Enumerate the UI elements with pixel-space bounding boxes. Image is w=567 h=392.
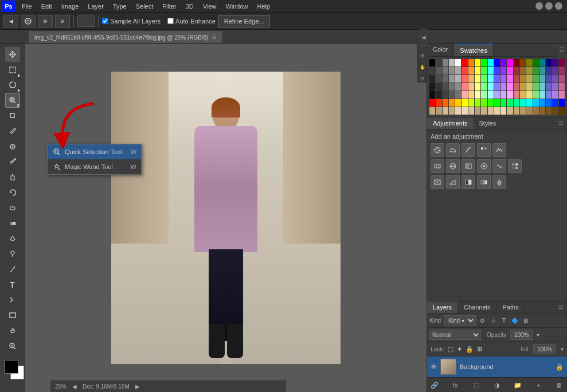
color-swatch[interactable] <box>500 67 506 75</box>
link-layers-icon[interactable]: 🔗 <box>429 380 440 390</box>
color-swatch[interactable] <box>481 99 487 107</box>
quick-selection-tool-option[interactable]: Quick Selection Tool W <box>48 144 141 159</box>
color-swatch[interactable] <box>552 91 558 99</box>
color-swatch[interactable] <box>546 91 552 99</box>
layers-side-icon[interactable]: ⊟ <box>419 75 427 83</box>
opacity-slider-icon[interactable]: ▾ <box>537 332 539 338</box>
color-swatch[interactable] <box>533 67 539 75</box>
color-swatch[interactable] <box>455 99 461 107</box>
vibrance-icon[interactable] <box>492 143 506 157</box>
close-button[interactable] <box>555 2 562 10</box>
color-swatch[interactable] <box>488 99 494 107</box>
color-swatch[interactable] <box>546 83 552 91</box>
document-tab[interactable]: img_v2_f4d861b0-cf9f-4f55-9c85-551cc4e7f… <box>29 32 223 43</box>
invert-icon[interactable] <box>431 175 444 189</box>
color-swatch[interactable] <box>468 91 474 99</box>
color-swatch[interactable] <box>514 83 519 91</box>
layer-kind-select[interactable]: Kind ▾ <box>444 315 476 326</box>
subtract-mode-button[interactable]: ⊖ <box>55 15 70 28</box>
color-swatch[interactable] <box>507 59 513 66</box>
move-tool[interactable] <box>5 47 20 62</box>
color-swatch[interactable] <box>539 91 545 99</box>
color-swatch[interactable] <box>494 107 500 115</box>
healing-brush-tool[interactable] <box>5 139 20 154</box>
color-swatch[interactable] <box>481 107 487 115</box>
panel-collapse-handle[interactable]: ◀ <box>421 29 427 46</box>
gradient-map-icon[interactable] <box>477 175 491 189</box>
color-swatch[interactable] <box>436 107 441 115</box>
color-swatch[interactable] <box>481 67 487 75</box>
layer-visibility-icon[interactable]: 👁 <box>431 363 437 370</box>
new-layer-icon[interactable]: ＋ <box>534 380 544 390</box>
color-swatch[interactable] <box>462 107 467 115</box>
menu-type[interactable]: Type <box>108 2 131 11</box>
color-swatch[interactable] <box>533 59 539 66</box>
color-swatch[interactable] <box>494 75 500 83</box>
color-swatch[interactable] <box>449 59 455 66</box>
text-tool[interactable]: T <box>5 277 20 292</box>
color-swatch[interactable] <box>429 99 435 107</box>
color-swatch[interactable] <box>533 83 539 91</box>
color-swatch[interactable] <box>507 107 513 115</box>
selective-color-icon[interactable] <box>492 175 506 189</box>
color-swatch[interactable] <box>507 99 513 107</box>
color-swatch[interactable] <box>514 67 519 75</box>
scale-icon[interactable]: ⊞ <box>419 52 427 60</box>
lock-position-icon[interactable]: ✦ <box>457 346 462 353</box>
color-swatch[interactable] <box>514 91 519 99</box>
color-swatch[interactable] <box>494 99 500 107</box>
color-swatch[interactable] <box>449 99 455 107</box>
color-swatch[interactable] <box>429 75 435 83</box>
color-swatch[interactable] <box>552 83 558 91</box>
layer-group-icon[interactable]: 📁 <box>513 380 523 390</box>
paths-tab[interactable]: Paths <box>497 301 525 313</box>
color-swatch[interactable] <box>468 107 474 115</box>
color-swatch[interactable] <box>546 99 552 107</box>
color-swatch[interactable] <box>462 83 467 91</box>
menu-window[interactable]: Window <box>221 2 252 11</box>
color-swatch[interactable] <box>546 75 552 83</box>
color-swatch[interactable] <box>475 59 480 66</box>
color-swatch[interactable] <box>552 107 558 115</box>
color-swatch[interactable] <box>436 67 441 75</box>
color-swatch[interactable] <box>455 107 461 115</box>
brush-size-input[interactable]: 5 <box>77 15 95 27</box>
color-swatch[interactable] <box>455 75 461 83</box>
color-swatch[interactable] <box>526 59 532 66</box>
color-swatch[interactable] <box>488 91 494 99</box>
hand-tool[interactable] <box>5 323 20 338</box>
color-swatch[interactable] <box>462 75 467 83</box>
eyedropper-tool[interactable] <box>5 124 20 139</box>
color-swatch[interactable] <box>507 83 513 91</box>
color-swatch[interactable] <box>468 99 474 107</box>
menu-help[interactable]: Help <box>253 2 275 11</box>
color-swatch[interactable] <box>449 83 455 91</box>
color-swatch[interactable] <box>500 107 506 115</box>
menu-view[interactable]: View <box>198 2 221 11</box>
layer-icon-1[interactable]: ⊙ <box>478 316 487 325</box>
color-swatch[interactable] <box>443 83 448 91</box>
channel-mixer-icon[interactable] <box>492 159 506 173</box>
color-swatch[interactable] <box>494 83 500 91</box>
delete-layer-icon[interactable]: 🗑 <box>554 380 565 390</box>
color-swatch[interactable] <box>462 67 467 75</box>
layer-icon-5[interactable]: ⊞ <box>521 316 530 325</box>
blur-tool[interactable] <box>5 231 20 246</box>
color-swatch[interactable] <box>500 59 506 66</box>
color-swatch[interactable] <box>507 67 513 75</box>
color-swatch[interactable] <box>481 59 487 66</box>
exposure-icon[interactable] <box>477 143 491 157</box>
color-swatch[interactable] <box>539 107 545 115</box>
color-swatch[interactable] <box>468 59 474 66</box>
color-swatch[interactable] <box>462 59 467 66</box>
back-tool-button[interactable]: ◀ <box>3 15 18 28</box>
layer-mask-icon[interactable]: ⬚ <box>471 380 482 390</box>
color-swatch[interactable] <box>488 75 494 83</box>
color-swatch[interactable] <box>546 107 552 115</box>
color-swatch[interactable] <box>475 91 480 99</box>
color-swatch[interactable] <box>526 67 532 75</box>
color-swatch[interactable] <box>443 67 448 75</box>
color-swatch[interactable] <box>520 91 526 99</box>
color-swatch[interactable] <box>468 75 474 83</box>
color-swatch[interactable] <box>429 107 435 115</box>
